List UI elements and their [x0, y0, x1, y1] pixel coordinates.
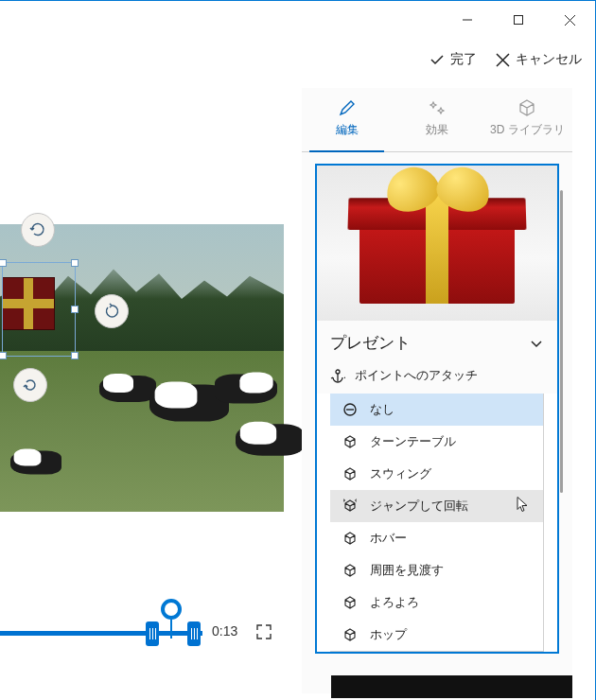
done-label: 完了: [450, 51, 477, 68]
animation-option[interactable]: スウィング: [330, 458, 543, 490]
trim-handle-start[interactable]: [146, 621, 159, 646]
rotate-z-handle[interactable]: [13, 368, 47, 402]
none-icon: [342, 401, 359, 418]
svg-point-1: [336, 370, 340, 374]
tab-edit-label: 編集: [336, 123, 359, 136]
tab-effects-label: 効果: [426, 123, 448, 136]
current-time-label: 0:13: [212, 623, 237, 639]
preview-subject-dog: [215, 375, 277, 404]
pencil-icon: [338, 98, 357, 117]
animation-option-label: よろよろ: [370, 594, 419, 611]
animation-option-list: なしターンテーブルスウィングジャンプして回転ホバー周囲を見渡すよろよろホップ: [330, 394, 544, 652]
cancel-button[interactable]: キャンセル: [496, 51, 582, 68]
cancel-label: キャンセル: [516, 51, 582, 68]
minimize-icon: [462, 14, 473, 26]
animation-option[interactable]: ジャンプして回転: [330, 490, 543, 522]
playhead[interactable]: [161, 599, 182, 620]
close-window-button[interactable]: [548, 6, 591, 34]
animation-option-label: ジャンプして回転: [370, 498, 468, 515]
animation-option[interactable]: ターンテーブル: [330, 426, 543, 458]
preview-subject-dog: [99, 376, 156, 402]
cube-jump-icon: [342, 498, 359, 515]
check-icon: [429, 52, 445, 67]
cube-icon: [342, 465, 359, 482]
rotate-icon: [102, 302, 121, 321]
animation-option[interactable]: なし: [330, 394, 543, 426]
animation-option-label: ターンテーブル: [370, 433, 456, 450]
cursor-icon: [517, 497, 530, 516]
minimize-button[interactable]: [446, 6, 489, 34]
cube-icon: [342, 594, 359, 611]
rotate-y-handle[interactable]: [95, 294, 129, 328]
window-titlebar: [0, 1, 595, 39]
sparkle-icon: [428, 98, 447, 117]
panel-scrollbar[interactable]: [560, 190, 563, 493]
animation-option-label: 周囲を見渡す: [370, 562, 444, 579]
header-actions: 完了 キャンセル: [0, 39, 595, 80]
animation-option[interactable]: ホップ: [330, 619, 543, 651]
panel-tabs: 編集 効果 3D ライブラリ: [302, 88, 572, 152]
x-icon: [496, 53, 510, 67]
close-icon: [564, 14, 576, 26]
trim-handle-end[interactable]: [187, 621, 201, 646]
anchor-icon: [330, 368, 345, 383]
animation-option-label: スウィング: [370, 465, 431, 482]
effect-card[interactable]: プレゼント ポイントへのアタッチ なしターンテーブルスウィングジャンプして回転ホ…: [315, 164, 559, 654]
attach-label: ポイントへのアタッチ: [355, 367, 478, 384]
animation-option[interactable]: ホバー: [330, 522, 543, 554]
timeline: 0:13: [0, 606, 284, 673]
chevron-down-icon: [529, 336, 544, 351]
attach-to-point-row[interactable]: ポイントへのアタッチ: [317, 361, 557, 394]
cube-icon: [342, 530, 359, 547]
rotate-icon: [28, 220, 47, 239]
effect-preview-image: [317, 166, 557, 321]
fullscreen-button[interactable]: [255, 623, 272, 644]
tab-library-label: 3D ライブラリ: [490, 123, 565, 136]
rotate-icon: [21, 376, 40, 394]
maximize-button[interactable]: [497, 6, 540, 34]
resize-handle[interactable]: [0, 352, 7, 359]
preview-subject-dog: [236, 424, 304, 456]
cube-icon: [342, 433, 359, 450]
effect-title: プレゼント: [330, 332, 411, 354]
tab-3d-library[interactable]: 3D ライブラリ: [482, 88, 572, 151]
cube-icon: [342, 626, 359, 643]
fullscreen-icon: [255, 623, 272, 640]
effects-side-panel: 編集 効果 3D ライブラリ プレゼント ポイントへのアタッチ: [302, 88, 572, 693]
animation-option-label: ホップ: [370, 626, 407, 643]
video-preview[interactable]: [0, 224, 284, 512]
svg-rect-0: [515, 16, 523, 25]
tab-edit[interactable]: 編集: [302, 88, 392, 151]
effect-title-row[interactable]: プレゼント: [317, 321, 557, 361]
storyboard-strip[interactable]: [13, 675, 572, 698]
cube-icon: [342, 562, 359, 579]
cube-icon: [517, 98, 537, 117]
preview-subject-dog: [10, 450, 61, 474]
gizmo-selection-box[interactable]: [2, 262, 76, 357]
resize-handle[interactable]: [71, 259, 79, 267]
animation-option-label: なし: [370, 401, 394, 418]
resize-handle[interactable]: [71, 306, 79, 313]
resize-handle[interactable]: [0, 259, 7, 267]
tab-effects[interactable]: 効果: [392, 88, 482, 151]
animation-option[interactable]: よろよろ: [330, 586, 543, 619]
done-button[interactable]: 完了: [429, 51, 477, 68]
animation-option[interactable]: 周囲を見渡す: [330, 554, 543, 586]
rotate-x-handle[interactable]: [21, 213, 55, 247]
animation-option-label: ホバー: [370, 530, 407, 547]
maximize-icon: [513, 14, 524, 26]
resize-handle[interactable]: [71, 352, 79, 359]
